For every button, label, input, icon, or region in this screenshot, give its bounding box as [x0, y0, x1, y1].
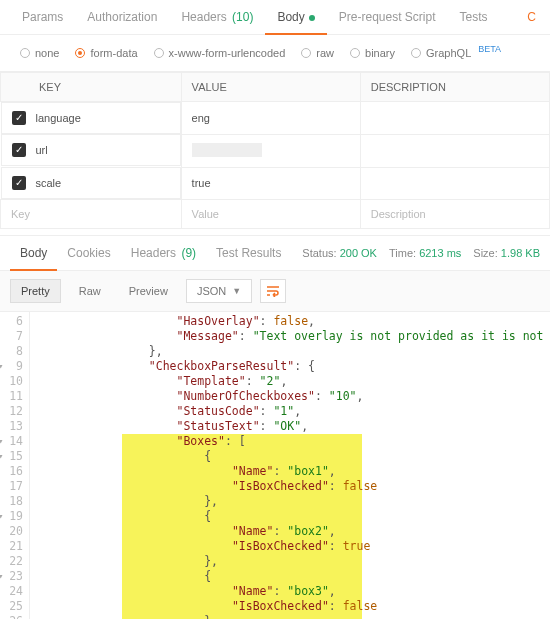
redacted-value: [192, 143, 262, 157]
radio-graphql[interactable]: GraphQLBETA: [405, 45, 507, 61]
radio-gql-label: GraphQL: [426, 47, 471, 59]
key-placeholder[interactable]: Key: [11, 208, 30, 220]
code-line: "HasOverlay": false,: [38, 314, 550, 329]
radio-raw-label: raw: [316, 47, 334, 59]
code-line: "Boxes": [: [38, 434, 550, 449]
radio-raw[interactable]: raw: [295, 45, 340, 61]
format-select[interactable]: JSON▼: [186, 279, 252, 303]
radio-icon: [20, 48, 30, 58]
col-key: KEY: [1, 73, 182, 102]
tab-code[interactable]: C: [515, 0, 540, 34]
code-line: {: [38, 509, 550, 524]
fold-icon[interactable]: ▾: [0, 569, 3, 584]
time-label: Time:: [389, 247, 416, 259]
desc-cell[interactable]: [360, 167, 549, 200]
tab-pre-request[interactable]: Pre-request Script: [327, 0, 448, 34]
key-cell[interactable]: url: [36, 144, 48, 156]
value-cell[interactable]: [181, 134, 360, 167]
radio-binary-label: binary: [365, 47, 395, 59]
code-line: "IsBoxChecked": true: [38, 539, 550, 554]
resp-tab-headers[interactable]: Headers (9): [121, 236, 206, 270]
table-row: ✓url: [1, 134, 550, 167]
code-line: {: [38, 449, 550, 464]
tab-body[interactable]: Body: [265, 0, 326, 34]
row-checkbox[interactable]: ✓: [12, 143, 26, 157]
radio-form-data[interactable]: form-data: [69, 45, 143, 61]
tab-headers-label: Headers: [181, 10, 226, 24]
response-toolbar: Pretty Raw Preview JSON▼: [0, 271, 550, 312]
radio-icon: [411, 48, 421, 58]
code-line: {: [38, 569, 550, 584]
code-line: "StatusCode": "1",: [38, 404, 550, 419]
code-line: },: [38, 344, 550, 359]
size-label: Size:: [473, 247, 497, 259]
fold-icon[interactable]: ▾: [0, 449, 3, 464]
resp-tab-tests[interactable]: Test Results: [206, 236, 291, 270]
view-pretty[interactable]: Pretty: [10, 279, 61, 303]
code-line: "NumberOfCheckboxes": "10",: [38, 389, 550, 404]
row-checkbox[interactable]: ✓: [12, 176, 26, 190]
code-line: "Name": "box2",: [38, 524, 550, 539]
tab-body-label: Body: [277, 10, 304, 24]
value-cell[interactable]: eng: [181, 102, 360, 135]
table-row: ✓scaletrue: [1, 167, 550, 200]
view-preview[interactable]: Preview: [119, 280, 178, 302]
radio-urlencoded[interactable]: x-www-form-urlencoded: [148, 45, 292, 61]
value-placeholder[interactable]: Value: [192, 208, 219, 220]
code-line: "StatusText": "OK",: [38, 419, 550, 434]
response-status: Status: 200 OK Time: 6213 ms Size: 1.98 …: [302, 247, 540, 259]
code-line: "IsBoxChecked": false: [38, 599, 550, 614]
tab-headers[interactable]: Headers (10): [169, 0, 265, 34]
radio-icon: [154, 48, 164, 58]
status-value: 200 OK: [340, 247, 377, 259]
radio-form-label: form-data: [90, 47, 137, 59]
wrap-lines-button[interactable]: [260, 279, 286, 303]
code-line: "Template": "2",: [38, 374, 550, 389]
code-line: },: [38, 554, 550, 569]
radio-none[interactable]: none: [14, 45, 65, 61]
request-tabs: Params Authorization Headers (10) Body P…: [0, 0, 550, 35]
size-value: 1.98 KB: [501, 247, 540, 259]
col-description: DESCRIPTION: [360, 73, 549, 102]
desc-placeholder[interactable]: Description: [371, 208, 426, 220]
radio-icon: [350, 48, 360, 58]
tab-tests[interactable]: Tests: [448, 0, 500, 34]
code-line: "Message": "Text overlay is not provided…: [38, 329, 550, 344]
code-line: "IsBoxChecked": false: [38, 479, 550, 494]
resp-tab-cookies[interactable]: Cookies: [57, 236, 120, 270]
code-line: },: [38, 494, 550, 509]
body-type-radios: none form-data x-www-form-urlencoded raw…: [0, 35, 550, 72]
radio-icon: [75, 48, 85, 58]
code-line: "Name": "box3",: [38, 584, 550, 599]
unsaved-dot-icon: [309, 15, 315, 21]
chevron-down-icon: ▼: [232, 286, 241, 296]
response-body[interactable]: 6789▾1011121314▾15▾16171819▾20212223▾242…: [0, 312, 550, 619]
row-checkbox[interactable]: ✓: [12, 111, 26, 125]
key-cell[interactable]: scale: [36, 177, 62, 189]
form-data-table: KEY VALUE DESCRIPTION ✓languageeng✓url✓s…: [0, 72, 550, 229]
resp-tab-body[interactable]: Body: [10, 236, 57, 270]
beta-badge: BETA: [478, 44, 501, 54]
tab-authorization[interactable]: Authorization: [75, 0, 169, 34]
code-line: "Name": "box1",: [38, 464, 550, 479]
fold-icon[interactable]: ▾: [0, 359, 3, 374]
code-line: },: [38, 614, 550, 619]
fold-icon[interactable]: ▾: [0, 509, 3, 524]
headers-count: (10): [232, 10, 253, 24]
desc-cell[interactable]: [360, 134, 549, 167]
table-row: ✓languageeng: [1, 102, 550, 135]
status-label: Status:: [302, 247, 336, 259]
view-raw[interactable]: Raw: [69, 280, 111, 302]
radio-binary[interactable]: binary: [344, 45, 401, 61]
value-cell[interactable]: true: [181, 167, 360, 200]
resp-headers-count: (9): [181, 246, 196, 260]
desc-cell[interactable]: [360, 102, 549, 135]
tab-params[interactable]: Params: [10, 0, 75, 34]
format-label: JSON: [197, 285, 226, 297]
code-line: "CheckboxParseResult": {: [38, 359, 550, 374]
radio-none-label: none: [35, 47, 59, 59]
fold-icon[interactable]: ▾: [0, 434, 3, 449]
radio-url-label: x-www-form-urlencoded: [169, 47, 286, 59]
time-value: 6213 ms: [419, 247, 461, 259]
key-cell[interactable]: language: [36, 112, 81, 124]
